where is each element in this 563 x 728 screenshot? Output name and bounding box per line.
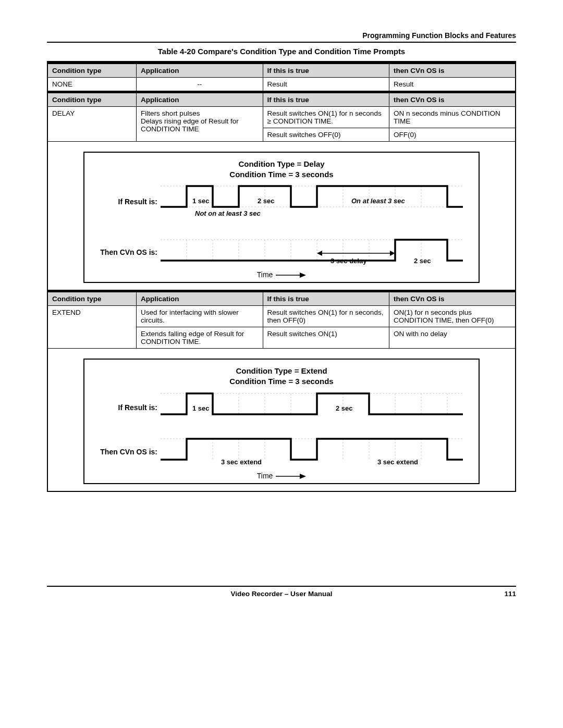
svg-marker-29 [300,273,306,278]
ann-on-at-least: On at least 3 sec [351,197,405,205]
diag-delay-result-label: If Result is: [93,198,161,206]
th-then: then CVn OS is [389,93,516,106]
diagram-delay: Condition Type = Delay Condition Time = … [83,152,480,283]
cell-none-type: NONE [47,77,137,91]
cell-extend-if1: Result switches ON(1) for n seconds, the… [263,306,389,327]
ann-3sec-ext2: 3 sec extend [377,458,418,466]
cell-none-if: Result [263,77,389,91]
diag-extend-title2: Condition Time = 3 seconds [229,377,333,386]
time-label: Time [257,472,273,480]
th-if-true: If this is true [263,292,389,306]
table-caption: Table 4-20 Compare's Condition Type and … [47,47,516,56]
footer-doc-title: Video Recorder – User Manual [78,590,485,598]
page-footer: Video Recorder – User Manual 111 [47,586,516,598]
cell-delay-if2: Result switches OFF(0) [263,128,389,141]
th-condition-type: Condition type [47,292,137,306]
svg-marker-26 [317,251,322,256]
th-if-true: If this is true [263,64,389,77]
ann-2sec-top: 2 sec [258,197,275,205]
th-application: Application [137,292,263,306]
cell-delay-then1: ON n seconds minus CONDITION TIME [389,106,516,128]
cell-extend-app2: Extends falling edge of Result for CONDI… [137,327,263,349]
diag-extend-result-label: If Result is: [93,403,161,412]
ann-3sec-ext1: 3 sec extend [221,458,262,466]
footer-page-number: 111 [485,590,516,598]
ann-1sec: 1 sec [192,197,210,205]
th-then: then CVn OS is [389,64,516,77]
time-label: Time [257,270,273,279]
th-then: then CVn OS is [389,292,516,306]
diag-extend-title1: Condition Type = Extend [236,366,327,375]
arrow-right-icon [275,272,306,278]
cell-delay-app: Filters short pulses Delays rising edge … [137,106,263,141]
diag-delay-title1: Condition Type = Delay [238,159,324,168]
diagram-delay-cell: Condition Type = Delay Condition Time = … [47,141,516,290]
condition-table: Condition type Application If this is tr… [47,61,516,492]
ann-2sec-ext: 2 sec [336,404,353,412]
ann-not-on: Not on at least 3 sec [195,209,261,217]
th-condition-type: Condition type [47,64,137,77]
cell-extend-then2: ON with no delay [389,327,516,349]
cell-extend-then1: ON(1) for n seconds plus CONDITION TIME,… [389,306,516,327]
section-heading: Programming Function Blocks and Features [47,31,516,42]
cell-extend-if2: Result switches ON(1) [263,327,389,349]
cell-extend-type: EXTEND [47,306,137,349]
cell-delay-if1: Result switches ON(1) for n seconds ≥ CO… [263,106,389,128]
svg-marker-55 [300,474,306,479]
cell-none-then: Result [389,77,516,91]
cell-none-app: -- [137,77,263,91]
th-application: Application [137,93,263,106]
th-if-true: If this is true [263,93,389,106]
ann-3sec-delay: 3 sec delay [331,257,366,265]
cell-delay-then2: OFF(0) [389,128,516,141]
arrow-right-icon [275,473,306,479]
th-condition-type: Condition type [47,93,137,106]
diag-delay-cvn-label: Then CVn OS is: [93,248,161,256]
cell-delay-type: DELAY [47,106,137,141]
diagram-extend-cell: Condition Type = Extend Condition Time =… [47,349,516,491]
cell-extend-app1: Used for interfacing with slower circuit… [137,306,263,327]
diag-delay-title2: Condition Time = 3 seconds [229,170,333,179]
diag-extend-cvn-label: Then CVn OS is: [93,448,161,456]
th-application: Application [137,64,263,77]
ann-2sec-bottom: 2 sec [414,257,431,265]
diagram-extend: Condition Type = Extend Condition Time =… [83,359,480,484]
ann-1sec-ext: 1 sec [192,404,210,412]
